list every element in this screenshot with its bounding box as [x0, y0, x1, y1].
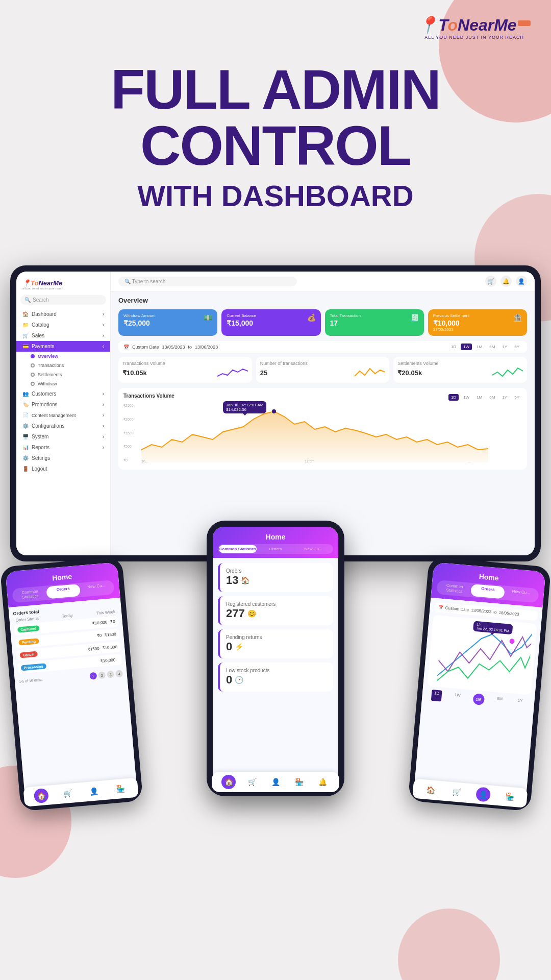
nav-user-icon[interactable]: 👤 — [86, 783, 102, 799]
overview-area: Overview Withdraw Amount 💵 ₹25,000 Curre… — [111, 291, 535, 475]
chart-tab-1y[interactable]: 1Y — [499, 394, 510, 401]
reports-label: Reports — [32, 445, 49, 450]
stat-cards: Withdraw Amount 💵 ₹25,000 Current Balanc… — [118, 309, 527, 336]
nav-store-right[interactable]: 🏪 — [502, 789, 517, 804]
withdraw-amount: ₹25,000 — [123, 319, 212, 327]
promotions-label: Promotions — [32, 402, 58, 407]
sidebar-item-settings[interactable]: ⚙️Settings — [16, 453, 110, 463]
arrow-icon: › — [103, 434, 104, 439]
nav-home-icon[interactable]: 🏠 — [34, 788, 49, 803]
nav-user-center[interactable]: 👤 — [268, 775, 283, 789]
search-bar[interactable]: 🔍 Type to search — [118, 277, 297, 286]
tab-1y-right[interactable]: 1Y — [514, 697, 525, 709]
tab-1w[interactable]: 1W — [461, 344, 472, 350]
sidebar-item-configurations[interactable]: ⚙️Configurations › — [16, 421, 110, 431]
sidebar-sub-withdraw[interactable]: Withdraw — [16, 379, 110, 388]
tab-5y[interactable]: 5Y — [512, 344, 522, 350]
sidebar-item-system[interactable]: 🖥️System › — [16, 431, 110, 442]
chart-tab-5y[interactable]: 5Y — [512, 394, 522, 401]
tab-new-cu-right[interactable]: New Cu... — [504, 587, 538, 602]
sidebar-sub-transactions[interactable]: Transactions — [16, 361, 110, 370]
sidebar-sub-overview[interactable]: Overview — [16, 352, 110, 361]
nav-home-right[interactable]: 🏠 — [422, 782, 438, 797]
nav-store-center[interactable]: 🏪 — [292, 775, 306, 789]
tab-new-cu[interactable]: New Cu... — [80, 581, 114, 596]
tab-6m-right[interactable]: 6M — [494, 695, 506, 707]
tab-1m[interactable]: 1M — [474, 344, 485, 350]
chart-tab-1w[interactable]: 1W — [461, 394, 472, 401]
nav-cart-icon[interactable]: 🛒 — [60, 786, 75, 801]
nav-home-center[interactable]: 🏠 — [221, 775, 236, 789]
chart-tab-6m[interactable]: 6M — [487, 394, 497, 401]
date-filter[interactable]: 📅 Custom Date 13/05/2023 to 13/06/2023 1… — [118, 341, 527, 353]
dashboard-icon: 🏠 — [22, 311, 29, 317]
sidebar-item-promotions[interactable]: 🏷️Promotions › — [16, 399, 110, 410]
date-from: 13/05/2023 — [471, 608, 492, 614]
sidebar-sub-settlements[interactable]: Settlements — [16, 370, 110, 379]
tab-common-stats-right[interactable]: Common Statistics — [437, 581, 471, 596]
customers-label: Customers — [32, 391, 56, 397]
sidebar-item-content[interactable]: 📄Content Management › — [16, 410, 110, 421]
sidebar-search[interactable]: 🔍 Search — [20, 295, 106, 305]
nav-cart-center[interactable]: 🛒 — [245, 775, 259, 789]
phone-left-screen: Home Common Statistics Orders New Cu... … — [5, 562, 137, 805]
catalog-label: Catalog — [32, 322, 49, 328]
tab-1d[interactable]: 1D — [448, 344, 459, 350]
logo-container: 📍ToNearMeBeta ALL YOU NEED JUST IN YOUR … — [418, 15, 531, 40]
page-4[interactable]: 4 — [115, 670, 123, 677]
logout-label: Logout — [32, 466, 47, 472]
mini-stat-settlements: Settlements Volume ₹20.05k — [393, 357, 527, 383]
top-bar: 🔍 Type to search 🛒 🔔 👤 — [111, 272, 535, 291]
main-chart-area: Transactions Volume 1D 1W 1M 6M 1Y 5Y — [118, 388, 527, 470]
tab-1w-right[interactable]: 1W — [451, 691, 463, 703]
sidebar-item-catalog[interactable]: 📁Catalog › — [16, 320, 110, 330]
nav-bell-center[interactable]: 🔔 — [315, 775, 330, 789]
settlement-date: 17/03/2023 — [433, 327, 522, 332]
date-filter-label: Custom Date — [132, 345, 159, 350]
settings-icon: ⚙️ — [22, 455, 29, 461]
tab-new-cu-center[interactable]: New Cu... — [294, 545, 332, 553]
tab-1m-badge[interactable]: 1M — [472, 693, 485, 705]
date-to-label: to — [188, 345, 192, 350]
tab-common-stats-center[interactable]: Common Statistics — [219, 545, 257, 553]
page-1[interactable]: 1 — [89, 672, 97, 680]
sidebar-item-logout[interactable]: 🚪Logout — [16, 463, 110, 474]
sidebar-item-reports[interactable]: 📊Reports › — [16, 442, 110, 453]
tab-6m[interactable]: 6M — [487, 344, 497, 350]
sales-label: Sales — [32, 333, 44, 338]
page-3[interactable]: 3 — [107, 671, 114, 678]
stat-card-transactions: Total Transaction 🧾 17 — [325, 309, 424, 336]
pending-returns-label: Pending returns — [226, 634, 327, 640]
sidebar-item-dashboard[interactable]: 🏠Dashboard › — [16, 309, 110, 320]
arrow-icon: › — [103, 423, 104, 429]
nav-cart-right[interactable]: 🛒 — [449, 785, 464, 800]
chart-tab-1d[interactable]: 1D — [448, 394, 459, 401]
sidebar-item-sales[interactable]: 🛒Sales › — [16, 330, 110, 341]
chart-tabs: 1D 1W 1M 6M 1Y 5Y — [448, 394, 522, 401]
page-2[interactable]: 2 — [98, 671, 106, 679]
tab-orders[interactable]: Orders — [46, 584, 81, 599]
tab-1d-right[interactable]: 1D — [431, 690, 442, 702]
mini-chart-volume — [217, 366, 248, 379]
sidebar-item-payments[interactable]: 💳Payments ‹ — [16, 341, 110, 352]
tab-1y[interactable]: 1Y — [499, 344, 510, 350]
tab-orders-center[interactable]: Orders — [257, 545, 294, 553]
custom-date-label: Custom Date — [445, 606, 469, 612]
nav-store-icon[interactable]: 🏪 — [113, 781, 128, 796]
sidebar-logo-subtitle: all you need just in your reach — [22, 287, 104, 290]
nav-user-right[interactable]: 👤 — [475, 787, 491, 802]
sidebar-item-customers[interactable]: 👥Customers › — [16, 388, 110, 399]
tab-common-stats[interactable]: Common Statistics — [13, 587, 47, 602]
tab-orders-right[interactable]: Orders — [470, 584, 505, 599]
tablet-mockup: 📍ToNearMe all you need just in your reac… — [10, 265, 541, 561]
cart-icon[interactable]: 🛒 — [485, 276, 496, 287]
calendar-icon: 📅 — [123, 345, 129, 350]
receipt-icon: 🧾 — [410, 313, 419, 322]
chart-tab-1m[interactable]: 1M — [474, 394, 485, 401]
bell-icon[interactable]: 🔔 — [500, 276, 512, 287]
svg-text:...: ... — [468, 459, 471, 462]
avatar-icon[interactable]: 👤 — [516, 276, 527, 287]
radio-icon — [31, 363, 35, 368]
customers-icon: 👥 — [22, 391, 29, 397]
pagination: 1 2 3 4 — [89, 670, 123, 680]
